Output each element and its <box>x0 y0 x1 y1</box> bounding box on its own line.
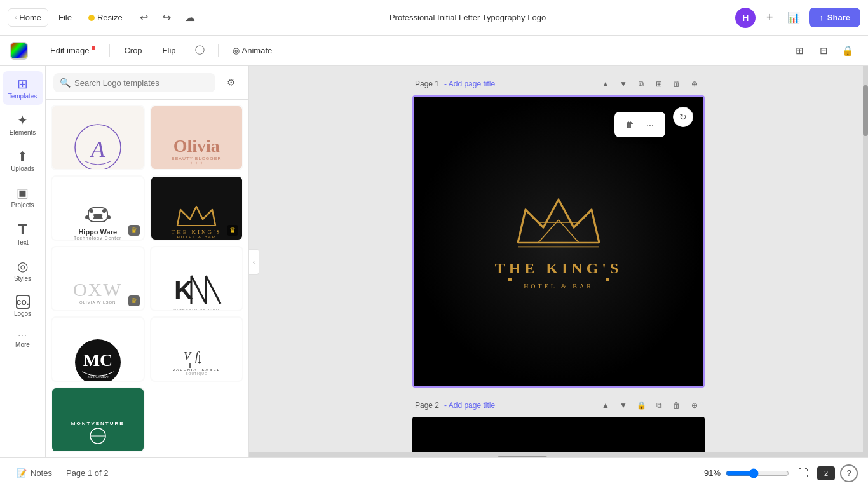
page2-copy-button[interactable]: ⧉ <box>651 398 667 413</box>
page1-add-title[interactable]: - Add page title <box>444 79 495 88</box>
canvas-scrollbar[interactable] <box>863 66 868 458</box>
template-thumb-olivia: Olivia BEAUTY BLOGGER ✦ ✦ ✦ <box>151 106 243 170</box>
projects-icon: ▣ <box>17 185 29 200</box>
home-button[interactable]: ‹ Home <box>8 8 48 27</box>
template-card-olivia[interactable]: Olivia BEAUTY BLOGGER ✦ ✦ ✦ <box>150 105 244 170</box>
template-card-hippo[interactable]: Hippo Ware Technology Center ♛ <box>51 175 145 241</box>
rotate-button[interactable]: ↻ <box>673 107 693 127</box>
crown-icon-kings: ♛ <box>229 226 236 234</box>
lock-button[interactable]: 🔒 <box>837 41 858 61</box>
page2-delete-button[interactable]: 🗑 <box>669 398 684 413</box>
analytics-button[interactable]: 📊 <box>783 8 804 28</box>
crop-button[interactable]: Crop <box>118 43 148 58</box>
sidebar: ⊞ Templates ✦ Elements ⬆ Uploads ▣ Proje… <box>0 66 46 458</box>
sidebar-item-more[interactable]: ··· More <box>3 325 43 353</box>
canvas-page1-content: THE KING'S HOTEL & BAR <box>414 97 703 386</box>
search-bar: 🔍 ⚙ <box>46 66 248 100</box>
kings-main-title: THE KING'S <box>495 260 623 277</box>
sidebar-item-templates[interactable]: ⊞ Templates <box>3 71 43 105</box>
page2-header: Page 2 - Add page title ▲ ▼ 🔒 ⧉ 🗑 ⊕ <box>412 398 705 413</box>
zoom-slider[interactable] <box>726 468 789 478</box>
sidebar-item-logos[interactable]: co. Logos <box>3 290 43 322</box>
page2-up-button[interactable]: ▲ <box>598 398 613 413</box>
topbar: ‹ Home File Resize ↩ ↪ ☁ Professional In… <box>0 0 868 36</box>
resize-button[interactable]: Resize <box>82 9 129 26</box>
kings-sub-mini: HOTEL & BAR <box>177 235 216 239</box>
page2-add-title[interactable]: - Add page title <box>444 401 495 410</box>
template-thumb-montventure: MONTVENTURE <box>52 388 144 452</box>
flip-button[interactable]: Flip <box>156 43 182 58</box>
canvas-hscrollbar[interactable] <box>249 452 868 458</box>
page-num-badge[interactable]: 2 <box>817 466 835 480</box>
edit-image-dot <box>92 46 95 50</box>
topbar-right: H + 📊 ↑ Share <box>735 8 860 28</box>
page1-delete-button[interactable]: 🗑 <box>669 76 684 92</box>
template-card-valenia[interactable]: V f VALENIA ISABEL BOUTIQUE <box>150 316 244 382</box>
sidebar-item-projects[interactable]: ▣ Projects <box>3 180 43 214</box>
more-options-button[interactable]: ··· <box>641 116 659 133</box>
sidebar-item-text[interactable]: T Text <box>3 216 43 251</box>
save-cloud-button[interactable]: ☁ <box>180 8 200 28</box>
info-button[interactable]: ⓘ <box>190 41 210 61</box>
help-button[interactable]: ? <box>840 464 858 482</box>
template-card-kings[interactable]: THE KING'S HOTEL & BAR ♛ <box>150 175 244 241</box>
templates-label: Templates <box>8 93 37 100</box>
page2-label: Page 2 <box>415 401 439 410</box>
share-button[interactable]: ↑ Share <box>809 8 860 27</box>
sidebar-item-styles[interactable]: ◎ Styles <box>3 254 43 287</box>
template-card-mc[interactable]: MC Matt Creative <box>51 316 145 382</box>
edit-image-button[interactable]: Edit image <box>44 43 102 58</box>
sidebar-item-uploads[interactable]: ⬆ Uploads <box>3 144 43 177</box>
canvas-page2-frame[interactable] <box>412 417 705 458</box>
animate-button[interactable]: ◎ Animate <box>226 43 279 58</box>
settings-button[interactable]: ⊟ <box>813 41 834 61</box>
page1-label: Page 1 <box>415 79 439 88</box>
montventure-text: MONTVENTURE <box>71 421 125 426</box>
svg-rect-9 <box>107 215 111 219</box>
color-swatch-button[interactable] <box>10 42 28 60</box>
delete-element-button[interactable]: 🗑 <box>621 116 639 133</box>
page1-up-button[interactable]: ▲ <box>598 76 613 92</box>
montventure-svg <box>82 426 114 445</box>
page2-lock-button[interactable]: 🔒 <box>634 398 649 413</box>
collapse-panel-button[interactable]: ‹ <box>249 249 259 274</box>
fit-screen-button[interactable]: ⛶ <box>794 464 812 482</box>
crown-badge-hippo: ♛ <box>128 225 140 236</box>
undo-button[interactable]: ↩ <box>134 8 154 28</box>
template-card-aliston[interactable]: A ALISTON <box>51 105 145 170</box>
template-card-oxw[interactable]: OXW OLIVIA WILSON ♛ <box>51 246 145 311</box>
valenia-logo-svg: V f <box>177 349 215 368</box>
more-label: More <box>15 341 30 348</box>
search-icon: 🔍 <box>60 78 71 88</box>
file-button[interactable]: File <box>52 9 78 26</box>
page1-grid-button[interactable]: ⊞ <box>651 76 667 92</box>
search-input[interactable] <box>74 78 209 88</box>
hippo-name: Hippo Ware <box>78 228 117 236</box>
animate-icon: ◎ <box>233 46 240 55</box>
user-avatar-button[interactable]: H <box>735 8 756 28</box>
knn-logo-svg: K <box>171 271 222 309</box>
olivia-dots: ✦ ✦ ✦ <box>189 161 203 166</box>
notes-button[interactable]: 📝 Notes <box>10 464 58 482</box>
filter-button[interactable]: ⚙ <box>220 72 241 93</box>
home-label: Home <box>19 13 41 22</box>
sidebar-item-elements[interactable]: ✦ Elements <box>3 107 43 141</box>
divider2 <box>109 44 110 57</box>
page2-down-button[interactable]: ▼ <box>616 398 631 413</box>
add-collaborator-button[interactable]: + <box>761 9 778 27</box>
templates-grid: A ALISTON Olivia BEAUTY BLOGGER ✦ ✦ ✦ <box>46 100 248 458</box>
redo-button[interactable]: ↪ <box>157 8 177 28</box>
olivia-text: Olivia <box>173 136 220 156</box>
page2-add-button[interactable]: ⊕ <box>687 398 702 413</box>
page1-down-button[interactable]: ▼ <box>616 76 631 92</box>
page1-add-button[interactable]: ⊕ <box>687 76 702 92</box>
page1-copy-button[interactable]: ⧉ <box>634 76 649 92</box>
canvas-page2-content <box>414 418 703 458</box>
template-card-montventure[interactable]: MONTVENTURE <box>51 387 145 452</box>
logos-label: Logos <box>14 310 31 317</box>
template-card-knn[interactable]: K KIMBERLY NGUYEN <box>150 246 244 311</box>
template-thumb-knn: K KIMBERLY NGUYEN <box>151 247 243 311</box>
canvas-page1-frame[interactable]: 🗑 ··· ↻ <box>412 95 705 388</box>
kings-crown-mini-svg <box>174 203 219 229</box>
grid-view-button[interactable]: ⊞ <box>789 41 810 61</box>
